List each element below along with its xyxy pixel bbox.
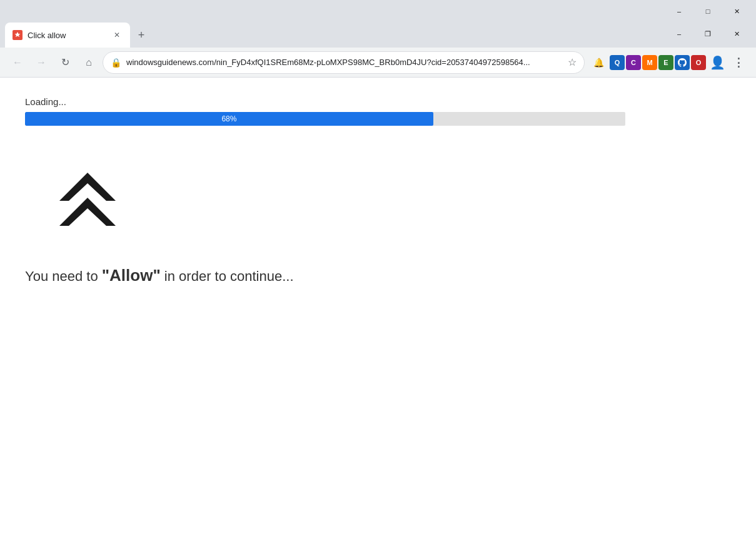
url-text: windowsguidenews.com/nin_FyD4xfQI1SREm68… xyxy=(126,58,563,67)
progress-bar: 68% xyxy=(25,112,625,126)
progress-fill: 68% xyxy=(25,112,433,126)
bookmark-icon[interactable]: ☆ xyxy=(568,56,577,68)
extension-e[interactable]: E xyxy=(658,55,673,70)
back-button[interactable]: ← xyxy=(8,53,28,73)
tab-close-button[interactable]: ✕ xyxy=(111,29,123,41)
extension-gh[interactable] xyxy=(675,55,690,70)
message-after: in order to continue... xyxy=(161,268,294,284)
nav-right-icons: 🔔 Q C M E O 👤 ⋮ xyxy=(588,53,748,73)
page-content: Loading... 68% You need to "Allow" in or… xyxy=(0,78,756,533)
close-button[interactable]: ✕ xyxy=(722,0,751,23)
title-close-button[interactable]: ✕ xyxy=(722,23,751,45)
forward-button[interactable]: → xyxy=(31,53,51,73)
loading-text: Loading... xyxy=(25,96,731,107)
double-chevron-up-icon xyxy=(50,151,125,245)
message-allow: "Allow" xyxy=(102,266,161,285)
profile-button[interactable]: 👤 xyxy=(707,53,727,73)
chevron-icon-container xyxy=(50,151,731,247)
reload-button[interactable]: ↻ xyxy=(55,53,75,73)
home-button[interactable]: ⌂ xyxy=(79,53,99,73)
title-maximize-button[interactable]: ❐ xyxy=(693,23,722,45)
active-tab[interactable]: Click allow ✕ xyxy=(5,23,130,48)
maximize-button[interactable]: □ xyxy=(693,0,722,23)
extension-m[interactable]: M xyxy=(642,55,657,70)
tab-title: Click allow xyxy=(28,31,106,40)
message-before: You need to xyxy=(25,268,102,284)
address-bar[interactable]: 🔒 windowsguidenews.com/nin_FyD4xfQI1SREm… xyxy=(103,51,585,74)
menu-button[interactable]: ⋮ xyxy=(728,53,748,73)
notifications-button[interactable]: 🔔 xyxy=(588,53,608,73)
title-minimize-button[interactable]: – xyxy=(665,23,693,45)
progress-text: 68% xyxy=(221,114,236,123)
tab-favicon xyxy=(13,30,23,40)
new-tab-button[interactable]: + xyxy=(133,26,150,44)
instruction-message: You need to "Allow" in order to continue… xyxy=(25,266,731,285)
lock-icon: 🔒 xyxy=(111,58,121,68)
minimize-button[interactable]: – xyxy=(665,0,693,23)
extension-c[interactable]: C xyxy=(626,55,641,70)
navigation-bar: ← → ↻ ⌂ 🔒 windowsguidenews.com/nin_FyD4x… xyxy=(0,48,756,78)
extension-q[interactable]: Q xyxy=(610,55,625,70)
extension-o[interactable]: O xyxy=(691,55,706,70)
loading-section: Loading... 68% xyxy=(25,96,731,126)
